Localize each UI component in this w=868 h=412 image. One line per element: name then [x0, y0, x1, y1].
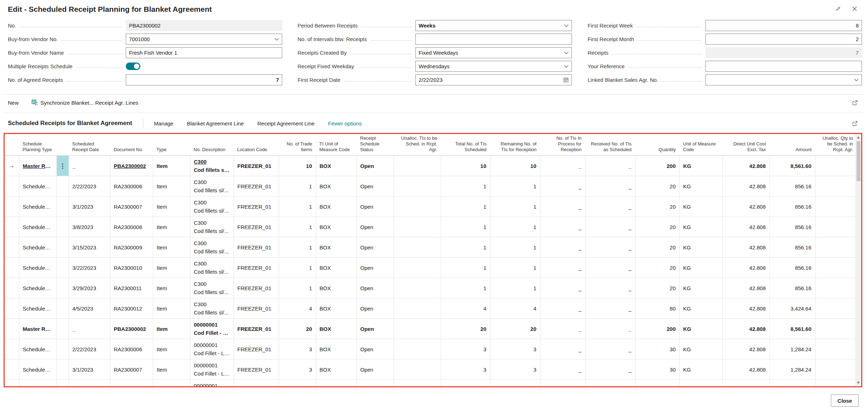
cell-sel[interactable]	[5, 319, 19, 339]
cell-desc[interactable]: C300Cod fillets sl/...	[190, 278, 234, 298]
cell-uom[interactable]: KG	[679, 237, 722, 258]
column-header-type[interactable]: Type	[153, 134, 190, 156]
cell-cost[interactable]: 42.808	[722, 339, 769, 359]
cell-menu[interactable]	[56, 197, 69, 217]
cell-uom[interactable]: KG	[679, 298, 722, 319]
cell-date[interactable]: 4/5/2023	[69, 298, 110, 319]
cell-ti_uom[interactable]: BOX	[316, 359, 356, 380]
table-row[interactable]: Scheduled Re...2/22/2023RA2300006ItemC30…	[5, 176, 857, 197]
cell-doc[interactable]: RA2300010	[110, 258, 153, 278]
cell-trade[interactable]: 1	[279, 237, 316, 258]
cell-sel[interactable]	[5, 339, 19, 359]
cell-desc[interactable]: 00000001Cod Fillet - Loin	[190, 380, 234, 387]
cell-cost[interactable]: 42.808	[722, 237, 769, 258]
cell-qty[interactable]: 20	[635, 197, 679, 217]
cell-qty[interactable]: 20	[635, 237, 679, 258]
cell-status[interactable]: Open	[356, 217, 394, 237]
chevron-down-icon[interactable]	[564, 51, 569, 54]
cell-date[interactable]: 2/22/2023	[69, 176, 110, 197]
cell-received[interactable]: _	[585, 298, 635, 319]
item-no[interactable]: C300	[194, 178, 230, 186]
cell-received[interactable]: _	[585, 359, 635, 380]
cell-cost[interactable]: 42.808	[722, 176, 769, 197]
item-no[interactable]: 00000001	[194, 361, 230, 369]
item-description[interactable]: Cod Fillet - Loin	[194, 369, 230, 378]
cell-received[interactable]: _	[585, 339, 635, 359]
cell-unalloc_qty[interactable]	[815, 176, 857, 197]
cell-menu[interactable]	[56, 258, 69, 278]
item-no[interactable]: 00000001	[194, 341, 230, 349]
cell-received[interactable]: _	[585, 217, 635, 237]
cell-trade[interactable]: 4	[279, 298, 316, 319]
cell-date[interactable]: 3/15/2023	[69, 237, 110, 258]
table-row[interactable]: Scheduled Re...3/22/2023RA2300010ItemC30…	[5, 258, 857, 278]
cell-remaining[interactable]: 1	[490, 197, 540, 217]
cell-trade[interactable]: 1	[279, 176, 316, 197]
cell-status[interactable]: Open	[356, 176, 394, 197]
cell-date[interactable]: 3/8/2023	[69, 380, 110, 387]
cell-in_process[interactable]: _	[540, 156, 585, 176]
share-icon[interactable]	[852, 100, 858, 107]
cell-total[interactable]: 3	[441, 380, 490, 387]
cell-date[interactable]: 2/22/2023	[69, 339, 110, 359]
fewer-options-link[interactable]: Fewer options	[328, 120, 362, 126]
table-row[interactable]: Scheduled Re...3/29/2023RA2300011ItemC30…	[5, 278, 857, 298]
chevron-down-icon[interactable]	[564, 24, 569, 27]
cell-unalloc_tis[interactable]	[394, 298, 441, 319]
column-header-doc[interactable]: Document No.	[110, 134, 153, 156]
cell-status[interactable]: Open	[356, 258, 394, 278]
cell-desc[interactable]: C300Cod fillets sl/...	[190, 176, 234, 197]
cell-unalloc_qty[interactable]	[815, 237, 857, 258]
cell-desc[interactable]: 00000001Cod Fillet - Loin	[190, 319, 234, 339]
cell-unalloc_qty[interactable]	[815, 380, 857, 387]
close-button[interactable]: Close	[831, 394, 859, 407]
row-menu-icon[interactable]: ⋮	[60, 163, 66, 169]
first-date-input[interactable]: 2/22/2023	[415, 74, 572, 85]
cell-uom[interactable]: KG	[679, 278, 722, 298]
cell-total[interactable]: 4	[441, 298, 490, 319]
cell-ti_uom[interactable]: BOX	[316, 156, 356, 176]
cell-uom[interactable]: KG	[679, 339, 722, 359]
cell-trade[interactable]: 3	[279, 380, 316, 387]
cell-loc[interactable]: FREEZER_01	[234, 258, 279, 278]
cell-unalloc_qty[interactable]	[815, 197, 857, 217]
cell-sel[interactable]	[5, 380, 19, 387]
cell-remaining[interactable]: 1	[490, 278, 540, 298]
cell-amount[interactable]: 856.16	[769, 176, 815, 197]
table-row[interactable]: Scheduled Re...3/1/2023RA2300007ItemC300…	[5, 197, 857, 217]
cell-unalloc_tis[interactable]	[394, 319, 441, 339]
chevron-down-icon[interactable]	[564, 65, 569, 68]
cell-status[interactable]: Open	[356, 339, 394, 359]
cell-planning_type[interactable]: Scheduled Re...	[19, 359, 56, 380]
cell-unalloc_qty[interactable]	[815, 319, 857, 339]
cell-qty[interactable]: 30	[635, 359, 679, 380]
cell-trade[interactable]: 1	[279, 278, 316, 298]
cell-remaining[interactable]: 10	[490, 156, 540, 176]
cell-unalloc_tis[interactable]	[394, 176, 441, 197]
agreed-receipts-input[interactable]: 7	[126, 74, 282, 85]
cell-menu[interactable]	[56, 380, 69, 387]
cell-received[interactable]: _	[585, 319, 635, 339]
cell-date[interactable]: 3/29/2023	[69, 278, 110, 298]
cell-in_process[interactable]: _	[540, 359, 585, 380]
cell-desc[interactable]: C300Cod fillets sl/...	[190, 217, 234, 237]
cell-date[interactable]: 3/1/2023	[69, 197, 110, 217]
cell-total[interactable]: 1	[441, 237, 490, 258]
cell-total[interactable]: 20	[441, 319, 490, 339]
cell-unalloc_qty[interactable]	[815, 359, 857, 380]
cell-trade[interactable]: 1	[279, 217, 316, 237]
column-header-in_process[interactable]: No. of TIs In Process for Reception	[540, 134, 585, 156]
cell-total[interactable]: 1	[441, 258, 490, 278]
item-no[interactable]: C300	[194, 259, 230, 268]
cell-planning_type[interactable]: Scheduled Re...	[19, 298, 56, 319]
cell-status[interactable]: Open	[356, 380, 394, 387]
cell-qty[interactable]: 30	[635, 339, 679, 359]
cell-menu[interactable]: ⋮	[56, 156, 69, 176]
tab-blanket-agreement-line[interactable]: Blanket Agreement Line	[187, 120, 244, 126]
cell-loc[interactable]: FREEZER_01	[234, 298, 279, 319]
cell-menu[interactable]	[56, 319, 69, 339]
cell-type[interactable]: Item	[153, 237, 190, 258]
cell-planning_type[interactable]: Scheduled Re...	[19, 197, 56, 217]
linked-agr-dropdown[interactable]	[705, 74, 862, 85]
cell-status[interactable]: Open	[356, 156, 394, 176]
